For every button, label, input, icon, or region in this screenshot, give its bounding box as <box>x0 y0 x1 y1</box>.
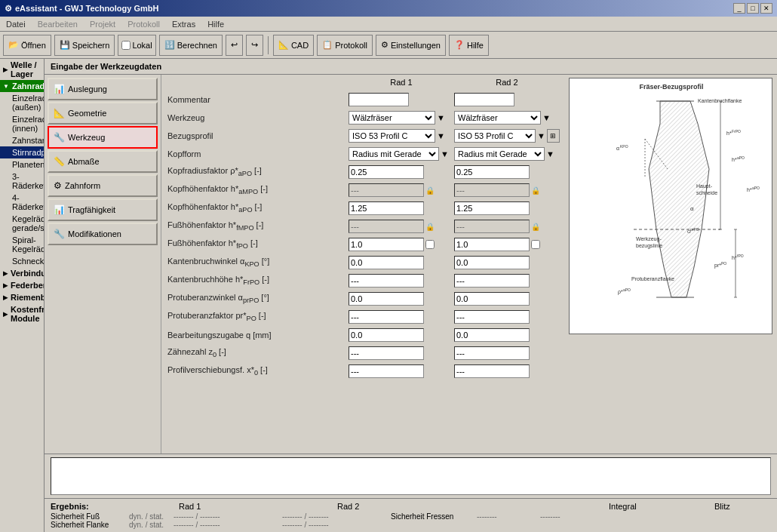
diagram-area: Fräser-Bezugsprofil <box>566 75 777 454</box>
sidebar-item-4-raderkette[interactable]: 4-Räderkette <box>0 192 44 213</box>
open-button[interactable]: 📂 Öffnen <box>3 35 51 56</box>
svg-text:PO: PO <box>721 261 726 266</box>
results-rad1-fuss-value: -------- / -------- <box>174 512 279 521</box>
results-fressen-label: Sicherheit Fressen <box>391 512 474 521</box>
fusshohenfaktor-fpo-rad2-cb[interactable] <box>531 240 540 249</box>
sidebar-item-planetenstufe[interactable]: Planetenstufe <box>0 158 44 171</box>
menu-extras[interactable]: Extras <box>169 19 198 29</box>
undo-button[interactable]: ↩ <box>226 35 243 56</box>
sidebar-item-verbindungen[interactable]: ▶ Verbindungen <box>0 267 44 279</box>
sidebar-item-welle-lager[interactable]: ▶ Welle / Lager <box>0 59 44 80</box>
svg-text:aPO: aPO <box>752 186 760 190</box>
fusshohenfaktor-fpo-rad1-cb[interactable] <box>425 240 435 249</box>
sidebar-item-zahnrad[interactable]: ▼ Zahnradberechnung <box>0 80 44 92</box>
tragfahigkeit-button[interactable]: 📊 Tragfähigkeit <box>48 198 158 221</box>
kopfradiusfaktor-rad2-input[interactable] <box>454 165 530 179</box>
werkzeug-button[interactable]: 🔧 Werkzeug <box>48 126 158 149</box>
kantenbruchhohe-rad1-input[interactable] <box>349 274 424 288</box>
bezugsprofil-rad1-select[interactable]: ISO 53 Profil C <box>349 129 435 143</box>
zahnezahl-rad1-input[interactable] <box>349 346 424 360</box>
modifikationen-button[interactable]: 🔧 Modifikationen <box>48 223 158 245</box>
kommentar-rad2-input[interactable] <box>454 93 514 106</box>
profilverschiebung-rad2-input[interactable] <box>454 364 530 378</box>
kantenbruchhohe-rad2-input[interactable] <box>454 274 530 288</box>
maximize-button[interactable]: □ <box>747 3 759 14</box>
sidebar-item-kostenfreie[interactable]: ▶ Kostenfreie Module <box>0 303 44 324</box>
help-button[interactable]: ❓ Hilfe <box>449 35 489 56</box>
cad-button[interactable]: 📐 CAD <box>273 35 314 56</box>
geometrie-button[interactable]: 📐 Geometrie <box>48 102 158 125</box>
fusshohenfaktor-fpo-rad1-input[interactable] <box>349 238 424 251</box>
kantenbruchwinkel-rad1-col <box>349 256 454 269</box>
fusshohenfaktor-fpo-rad2-input[interactable] <box>454 238 530 251</box>
protocol-button[interactable]: 📋 Protokoll <box>317 35 373 56</box>
werkzeug-rad1-select[interactable]: Wälzfräser <box>349 111 435 125</box>
triangle-icon-4: ▶ <box>3 294 8 301</box>
kantenbruchwinkel-rad2-input[interactable] <box>454 256 530 269</box>
rad1-header: Rad 1 <box>349 78 454 87</box>
local-checkbox[interactable] <box>121 41 131 50</box>
kantenbruchhohe-rad1-col <box>349 274 454 288</box>
sidebar-item-riemen[interactable]: ▶ Riemenberechnung <box>0 291 44 303</box>
bearbeitungszugabe-rad1-input[interactable] <box>349 328 424 342</box>
menu-datei[interactable]: Datei <box>3 19 29 29</box>
menu-hilfe[interactable]: Hilfe <box>204 19 227 29</box>
zahnform-button[interactable]: ⚙ Zahnform <box>48 174 158 197</box>
kopfform-rad1-select[interactable]: Radius mit Gerade <box>349 147 439 161</box>
kopfradiusfaktor-row: Kopfradiusfaktor ρ*aPO [-] <box>167 164 560 180</box>
bezugsprofil-table-button[interactable]: ⊞ <box>547 129 560 143</box>
bearbeitungszugabe-label: Bearbeitungszugabe q [mm] <box>167 331 349 340</box>
kantenbruchhohe-label: Kantenbruchhöhe h*FrPO [-] <box>167 275 349 286</box>
sidebar-item-feder[interactable]: ▶ Federberechnung <box>0 279 44 291</box>
bearbeitungszugabe-rad2-input[interactable] <box>454 328 530 342</box>
sidebar-item-zahnstange[interactable]: Zahnstange <box>0 134 44 146</box>
redo-button[interactable]: ↪ <box>246 35 263 56</box>
sidebar: ▶ Welle / Lager ▼ Zahnradberechnung Einz… <box>0 59 45 532</box>
svg-text:aPO: aPO <box>623 288 631 292</box>
svg-text:h*: h* <box>726 131 732 136</box>
sidebar-item-schnecken[interactable]: Schnecken <box>0 255 44 267</box>
auslegung-button[interactable]: 📊 Auslegung <box>48 78 158 100</box>
bezugsprofil-rad2-select[interactable]: ISO 53 Profil C <box>454 129 536 143</box>
notes-area[interactable] <box>51 457 771 495</box>
protuberanzwinkel-rad2-input[interactable] <box>454 292 530 306</box>
close-button[interactable]: ✕ <box>760 3 772 14</box>
kopfform-rad2-select[interactable]: Radius mit Gerade <box>454 147 545 161</box>
sidebar-item-3-raderkette[interactable]: 3-Räderkette <box>0 171 44 192</box>
settings-button[interactable]: ⚙ Einstellungen <box>376 35 446 56</box>
kantenbruchwinkel-rad1-input[interactable] <box>349 256 424 269</box>
fusshohenfaktor-mpo-rad1-input[interactable] <box>349 220 424 233</box>
protuberanzwinkel-rad1-input[interactable] <box>349 292 424 306</box>
sidebar-item-einzelrad-innen[interactable]: Einzelrad (innen) <box>0 113 44 134</box>
save-button[interactable]: 💾 Speichern <box>54 35 115 56</box>
form-area: Rad 1 Rad 2 Kommentar Werkze <box>161 75 566 454</box>
svg-text:prPO: prPO <box>690 227 699 232</box>
profilverschiebung-rad1-input[interactable] <box>349 364 424 378</box>
kommentar-rad1-input[interactable] <box>349 93 409 106</box>
sidebar-item-kegelrader[interactable]: Kegelräder gerade/schräg <box>0 213 44 234</box>
kopfhohenfaktor-apo-rad2-input[interactable] <box>454 201 530 215</box>
kopfradiusfaktor-rad1-input[interactable] <box>349 165 424 179</box>
results-dynstat-2-label: dyn. / stat. <box>129 521 170 529</box>
calculate-button[interactable]: 🔢 Berechnen <box>159 35 223 56</box>
kopfhohenfaktor-apo-rad1-input[interactable] <box>349 201 424 215</box>
sidebar-item-stirnradpaar[interactable]: Stirnradpaar <box>0 146 44 158</box>
minimize-button[interactable]: _ <box>733 3 745 14</box>
results-rad1-flanke-value: -------- / -------- <box>174 521 279 529</box>
protuberanzfaktor-rad2-input[interactable] <box>454 310 530 324</box>
svg-text:h*: h* <box>732 255 737 260</box>
abmase-button[interactable]: 📏 Abmaße <box>48 150 158 173</box>
protuberanzfaktor-rad1-input[interactable] <box>349 310 424 324</box>
sidebar-item-spiral-kegelrader[interactable]: Spiral-Kegelräder <box>0 234 44 255</box>
kopfhohenfaktor-apo-row: Kopfhöhenfaktor h*aPO [-] <box>167 200 560 217</box>
protuberanzfaktor-rad2-col <box>454 310 560 324</box>
profilverschiebung-row: Profilverschiebungsf. x*0 [-] <box>167 363 560 380</box>
form-header-empty <box>167 78 349 87</box>
kopfhohenfaktor-ampo-rad2-input[interactable] <box>454 183 530 197</box>
sidebar-item-einzelrad-aussen[interactable]: Einzelrad (außen) <box>0 92 44 113</box>
werkzeug-rad2-select[interactable]: Wälzfräser <box>454 111 541 125</box>
svg-text:Haupt-: Haupt- <box>696 183 713 189</box>
kopfhohenfaktor-ampo-rad1-input[interactable] <box>349 183 424 197</box>
fusshohenfaktor-mpo-rad2-input[interactable] <box>454 220 530 233</box>
zahnezahl-rad2-input[interactable] <box>454 346 530 360</box>
